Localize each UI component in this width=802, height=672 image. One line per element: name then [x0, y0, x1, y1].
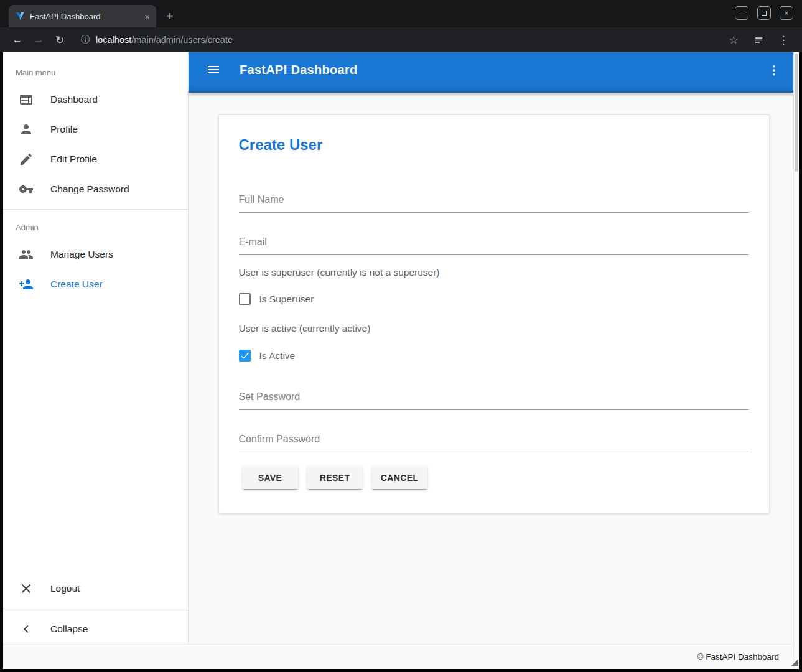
main-area: FastAPI Dashboard ⋮ Create User User is …	[189, 52, 799, 644]
app-bar-title: FastAPI Dashboard	[240, 63, 748, 77]
cancel-button[interactable]: CANCEL	[372, 467, 427, 489]
sidebar-spacer	[3, 299, 188, 574]
form-actions: SAVE RESET CANCEL	[243, 467, 748, 489]
browser-window: FastAPI Dashboard × + — × ← → ↻ ⓘ localh…	[0, 0, 802, 672]
sidebar-item-label: Edit Profile	[50, 154, 97, 165]
sidebar-item-create-user[interactable]: Create User	[3, 269, 188, 299]
save-button[interactable]: SAVE	[243, 467, 298, 489]
sidebar-divider	[3, 209, 188, 210]
email-field[interactable]	[239, 236, 748, 255]
new-tab-button[interactable]: +	[161, 7, 179, 25]
sidebar-item-label: Dashboard	[50, 94, 98, 105]
pencil-icon	[19, 152, 34, 167]
person-icon	[19, 122, 34, 137]
url-path: /main/admin/users/create	[131, 35, 233, 45]
active-checkbox-row[interactable]: Is Active	[239, 350, 748, 362]
page-info-icon[interactable]: ⓘ	[81, 34, 90, 45]
window-close-button[interactable]: ×	[780, 6, 793, 20]
superuser-hint: User is superuser (currently is not a su…	[239, 266, 748, 279]
sidebar-item-label: Manage Users	[50, 249, 113, 260]
full-name-input[interactable]	[239, 194, 748, 213]
superuser-checkbox-label: Is Superuser	[259, 294, 314, 305]
confirm-password-input[interactable]	[239, 433, 748, 452]
address-bar[interactable]: ⓘ localhost/main/admin/users/create	[72, 34, 722, 45]
content-area: Create User User is superuser (currently…	[189, 93, 799, 644]
page-scrollbar[interactable]	[793, 52, 799, 669]
forward-icon[interactable]: →	[30, 31, 47, 49]
sidebar-item-change-password[interactable]: Change Password	[3, 174, 188, 204]
sidebar-header-main-menu: Main menu	[3, 60, 188, 85]
reset-button[interactable]: RESET	[307, 467, 363, 489]
browser-tab[interactable]: FastAPI Dashboard ×	[9, 5, 156, 27]
group-icon	[19, 247, 34, 262]
maximize-icon	[762, 11, 767, 16]
person-add-icon	[19, 277, 34, 292]
sidebar-item-label: Change Password	[50, 184, 129, 195]
reload-icon[interactable]: ↻	[51, 31, 68, 49]
confirm-password-field[interactable]	[239, 433, 748, 452]
tab-close-icon[interactable]: ×	[144, 11, 150, 22]
resize-grip-icon	[791, 659, 798, 666]
page-viewport: Main menu Dashboard Profile	[3, 52, 799, 669]
page-title: Create User	[239, 136, 748, 154]
sidebar-item-label: Profile	[50, 124, 78, 135]
dashboard-icon	[19, 92, 34, 107]
sidebar-item-logout[interactable]: Logout	[3, 574, 188, 604]
sidebar: Main menu Dashboard Profile	[3, 52, 189, 644]
superuser-checkbox[interactable]	[239, 293, 251, 305]
list-icon[interactable]	[751, 31, 766, 49]
app-bar-extension	[189, 87, 799, 93]
key-icon	[19, 182, 34, 197]
url-text[interactable]: localhost/main/admin/users/create	[96, 35, 233, 45]
set-password-input[interactable]	[239, 391, 748, 410]
superuser-checkbox-row[interactable]: Is Superuser	[239, 293, 748, 305]
active-checkbox-label: Is Active	[259, 350, 296, 362]
browser-menu-icon[interactable]: ⋮	[776, 31, 791, 49]
chevron-left-icon	[19, 622, 34, 637]
window-minimize-button[interactable]: —	[735, 6, 748, 20]
vuetify-logo-icon	[15, 11, 25, 21]
tab-title: FastAPI Dashboard	[30, 12, 139, 21]
page-footer: © FastAPI Dashboard	[3, 644, 799, 669]
browser-toolbar: ← → ↻ ⓘ localhost/main/admin/users/creat…	[0, 27, 802, 52]
window-controls: — ×	[735, 6, 793, 20]
active-hint: User is active (currently active)	[239, 322, 748, 335]
toolbar-right-icons: ☆ ⋮	[726, 31, 793, 49]
browser-titlebar: FastAPI Dashboard × + — ×	[0, 0, 802, 27]
sidebar-item-label: Collapse	[50, 623, 88, 635]
sidebar-item-label: Logout	[50, 583, 80, 594]
sidebar-item-profile[interactable]: Profile	[3, 114, 188, 144]
sidebar-item-collapse[interactable]: Collapse	[3, 614, 188, 644]
app-bar-menu-icon[interactable]: ⋮	[767, 63, 781, 77]
url-host: localhost	[96, 35, 131, 45]
page: Main menu Dashboard Profile	[3, 52, 799, 644]
copyright-text: © FastAPI Dashboard	[697, 652, 779, 661]
full-name-field[interactable]	[239, 194, 748, 213]
back-icon[interactable]: ←	[9, 31, 26, 49]
close-icon	[19, 581, 34, 596]
set-password-field[interactable]	[239, 391, 748, 410]
scrollbar-thumb[interactable]	[795, 54, 798, 172]
create-user-card: Create User User is superuser (currently…	[218, 114, 770, 513]
menu-icon[interactable]	[206, 62, 221, 77]
sidebar-item-manage-users[interactable]: Manage Users	[3, 240, 188, 269]
app-bar: FastAPI Dashboard ⋮	[189, 52, 799, 87]
active-checkbox[interactable]	[239, 350, 251, 362]
bookmark-star-icon[interactable]: ☆	[726, 31, 741, 49]
sidebar-divider	[3, 609, 188, 609]
sidebar-header-admin: Admin	[3, 215, 188, 240]
sidebar-item-dashboard[interactable]: Dashboard	[3, 85, 188, 114]
sidebar-item-edit-profile[interactable]: Edit Profile	[3, 144, 188, 174]
email-input[interactable]	[239, 236, 748, 255]
window-maximize-button[interactable]	[757, 6, 771, 20]
sidebar-item-label: Create User	[50, 279, 103, 290]
